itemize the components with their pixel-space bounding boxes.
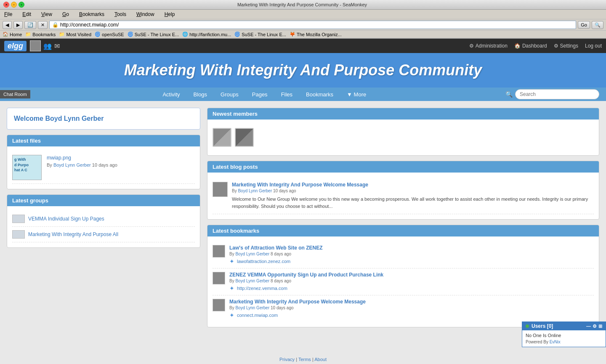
messages-icon[interactable]: ✉ <box>54 42 60 50</box>
friends-icon[interactable]: 👥 <box>43 42 52 50</box>
bookmark-fanfiction[interactable]: 🌐 http://fanfiction.mu... <box>182 32 231 37</box>
bookmark-most-visited[interactable]: 📁 Most Visited <box>59 32 91 37</box>
right-column: Newest members Latest blog posts Marketi… <box>207 108 599 347</box>
search-input[interactable] <box>515 89 599 99</box>
bookmark-star-icon: ✦ <box>229 285 234 292</box>
bookmark-author-link[interactable]: Boyd Lynn Gerber <box>235 279 269 283</box>
bookmark-title[interactable]: Law's of Attraction Web Site on ZENEZ <box>229 245 594 251</box>
settings-link[interactable]: ⚙ Settings <box>554 43 578 49</box>
welcome-text: Welcome Boyd Lynn Gerber <box>14 115 104 122</box>
blog-title[interactable]: Marketing With Integrity And Purpose Wel… <box>232 182 594 188</box>
chat-online-indicator <box>526 324 529 328</box>
bookmark-star-icon: ✦ <box>229 312 234 319</box>
latest-files-content: g With d Purpo hat A C mwiap.png By Boyd… <box>7 146 200 189</box>
member-avatar[interactable] <box>213 128 231 147</box>
bookmark-suse2[interactable]: 🌀 SuSE - The Linux E... <box>234 32 286 37</box>
menu-file[interactable]: File <box>3 11 14 18</box>
file-author-link[interactable]: Boyd Lynn Gerber <box>53 162 91 167</box>
menu-go[interactable]: Go <box>61 11 71 18</box>
latest-groups-header: Latest groups <box>7 195 200 206</box>
bookmark-entry: Marketing With Integrity And Purpose Wel… <box>213 295 594 322</box>
forward-button[interactable]: ▶ <box>13 21 23 29</box>
reload-button[interactable]: 🔄 <box>24 21 36 29</box>
menu-edit[interactable]: Edit <box>21 11 33 18</box>
url-bar[interactable]: 🔒 <box>49 21 576 29</box>
bookmark-url[interactable]: connect.mwiap.com <box>237 313 278 318</box>
footer-terms[interactable]: Terms <box>298 357 311 362</box>
group-name[interactable]: VEMMA Individual Sign Up Pages <box>28 216 104 222</box>
user-avatar-icon[interactable] <box>30 40 41 51</box>
file-details: mwiap.png By Boyd Lynn Gerber 10 days ag… <box>47 155 117 167</box>
bookmark-mozilla[interactable]: 🦊 The Mozilla Organiz... <box>290 32 342 37</box>
chat-minimize-icon[interactable]: — <box>586 324 591 329</box>
logout-link[interactable]: Log out <box>585 43 602 49</box>
blog-author-avatar[interactable] <box>213 182 228 197</box>
bookmark-author-avatar[interactable] <box>213 245 225 258</box>
menu-window[interactable]: Window <box>135 11 156 18</box>
menu-bookmarks[interactable]: Bookmarks <box>77 11 106 18</box>
dashboard-link[interactable]: 🏠 Dashboard <box>514 43 547 49</box>
bookmark-author-link[interactable]: Boyd Lynn Gerber <box>235 306 269 310</box>
member-avatar[interactable] <box>235 128 254 147</box>
nav-groups[interactable]: Groups <box>214 88 245 101</box>
footer-about[interactable]: About <box>314 357 327 362</box>
bookmark-url[interactable]: lawofattraction.zenez.com <box>237 259 290 264</box>
bookmark-title[interactable]: Marketing With Integrity And Purpose Wel… <box>229 299 594 305</box>
site-footer: Privacy | Terms | About <box>0 353 606 364</box>
footer-privacy[interactable]: Privacy <box>279 357 295 362</box>
menu-tools[interactable]: Tools <box>113 11 128 18</box>
bookmarks-bar: 🏠 Home 📁 Bookmarks 📁 Most Visited 🌀 open… <box>0 31 606 38</box>
bookmark-suse1[interactable]: 🌀 SuSE - The Linux E... <box>128 32 179 37</box>
bookmark-home[interactable]: 🏠 Home <box>3 32 22 37</box>
menu-help[interactable]: Help <box>163 11 177 18</box>
administration-link[interactable]: ⚙ Administration <box>469 43 508 49</box>
left-column: Welcome Boyd Lynn Gerber Latest files g … <box>7 108 200 347</box>
bookmark-author-avatar[interactable] <box>213 272 225 284</box>
nav-bar: ◀ ▶ 🔄 ✕ 🔒 Go 🔍 <box>0 19 606 31</box>
search-icon: 🔍 <box>505 91 513 98</box>
bookmark-url[interactable]: http://zenez.vemma.com <box>237 286 287 291</box>
bookmark-bookmarks[interactable]: 📁 Bookmarks <box>25 32 56 37</box>
nav-files[interactable]: Files <box>274 88 299 101</box>
latest-groups-content: VEMMA Individual Sign Up Pages Marketing… <box>7 206 200 247</box>
nav-pages[interactable]: Pages <box>245 88 274 101</box>
bookmark-meta: By Boyd Lynn Gerber 10 days ago <box>229 306 594 310</box>
elgg-logo[interactable]: elgg <box>4 41 27 51</box>
bookmark-author-avatar[interactable] <box>213 299 225 311</box>
chat-status-text: No One Is Online <box>526 333 602 338</box>
group-item: VEMMA Individual Sign Up Pages <box>12 211 195 227</box>
url-input[interactable] <box>60 22 573 28</box>
group-name[interactable]: Marketing With Integrity And Purpose All <box>28 231 118 237</box>
nav-activity[interactable]: Activity <box>156 88 186 101</box>
chat-users-label: Users [0] <box>532 323 553 329</box>
stop-button[interactable]: ✕ <box>38 21 48 29</box>
nav-more[interactable]: ▼ More <box>340 88 373 101</box>
file-name[interactable]: mwiap.png <box>47 155 117 161</box>
main-content: Welcome Boyd Lynn Gerber Latest files g … <box>0 101 606 353</box>
nav-search: 🔍 <box>499 88 606 101</box>
go-button[interactable]: Go <box>578 21 590 29</box>
bookmark-title[interactable]: ZENEZ VEMMA Opportunity Sign Up and Prod… <box>229 272 594 278</box>
chat-expand-icon[interactable]: ⊞ <box>598 324 602 329</box>
chat-room-button[interactable]: Chat Room <box>0 90 30 98</box>
latest-blog-posts-box: Latest blog posts Marketing With Integri… <box>207 161 599 220</box>
newest-members-header: Newest members <box>207 108 599 120</box>
site-nav: Chat Room Activity Blogs Groups Pages Fi… <box>0 88 606 101</box>
blog-meta: By Boyd Lynn Gerber 10 days ago <box>232 189 594 193</box>
bookmark-opensuse[interactable]: 🌀 openSuSE <box>95 32 124 37</box>
nav-blogs[interactable]: Blogs <box>187 88 214 101</box>
evnix-link[interactable]: EvNix <box>550 340 561 344</box>
group-item: Marketing With Integrity And Purpose All <box>12 227 195 242</box>
chat-settings-icon[interactable]: ⚙ <box>593 324 597 329</box>
search-nav-button[interactable]: 🔍 <box>592 21 603 29</box>
latest-files-header: Latest files <box>7 135 200 146</box>
latest-files-box: Latest files g With d Purpo hat A C mwia… <box>7 135 200 189</box>
menu-view[interactable]: View <box>40 11 54 18</box>
blog-author-link[interactable]: Boyd Lynn Gerber <box>238 189 272 193</box>
latest-bookmarks-header: Latest bookmarks <box>207 225 599 236</box>
bookmark-meta: By Boyd Lynn Gerber 8 days ago <box>229 252 594 256</box>
browser-title: Marketing With Integrity And Purpose Com… <box>24 2 580 7</box>
bookmark-author-link[interactable]: Boyd Lynn Gerber <box>235 252 269 256</box>
back-button[interactable]: ◀ <box>3 21 12 29</box>
nav-bookmarks[interactable]: Bookmarks <box>299 88 340 101</box>
